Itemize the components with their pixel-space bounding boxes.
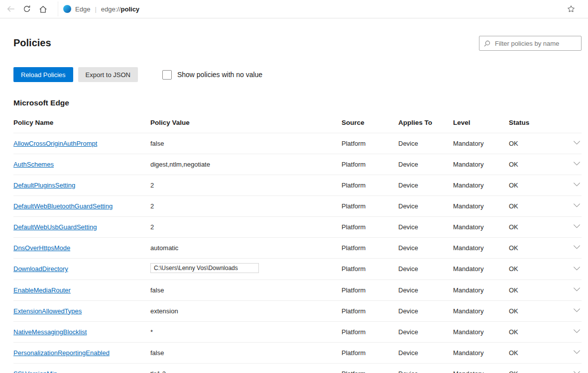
policy-status: OK (509, 182, 518, 189)
policy-name-link[interactable]: DownloadDirectory (13, 265, 68, 273)
expand-row-button[interactable] (572, 305, 582, 316)
table-row: DefaultWebBluetoothGuardSetting 2 Platfo… (13, 196, 582, 217)
table-row: PersonalizationReportingEnabled false Pl… (13, 343, 582, 364)
policy-status: OK (509, 286, 518, 294)
chevron-down-icon (572, 221, 582, 231)
home-button[interactable] (35, 1, 51, 17)
col-header-policy-value: Policy Value (150, 115, 342, 133)
url-separator: | (95, 5, 96, 13)
policy-status: OK (509, 161, 518, 168)
policy-level: Mandatory (453, 140, 483, 147)
site-label: Edge (75, 5, 90, 13)
expand-row-button[interactable] (572, 264, 582, 275)
show-no-value-label: Show policies with no value (177, 71, 262, 79)
policy-status: OK (509, 223, 518, 231)
browser-toolbar: Edge | edge://policy (0, 0, 588, 18)
expand-row-button[interactable] (572, 347, 582, 358)
policy-level: Mandatory (453, 307, 483, 315)
policy-level: Mandatory (453, 244, 483, 252)
policy-name-link[interactable]: DnsOverHttpsMode (13, 244, 70, 252)
policy-level: Mandatory (453, 202, 483, 210)
policy-status: OK (509, 265, 518, 273)
table-row: NativeMessagingBlocklist * Platform Devi… (13, 322, 582, 343)
reload-icon (23, 5, 31, 13)
policy-name-link[interactable]: EnableMediaRouter (13, 286, 71, 294)
reload-policies-button[interactable]: Reload Policies (13, 67, 73, 82)
back-button[interactable] (3, 1, 19, 17)
export-to-json-button[interactable]: Export to JSON (78, 67, 138, 82)
policy-value: digest,ntlm,negotiate (150, 161, 210, 168)
chevron-down-icon (572, 368, 582, 373)
policy-status: OK (509, 328, 518, 336)
policy-value: false (150, 140, 164, 147)
table-row: DefaultPluginsSetting 2 Platform Device … (13, 175, 582, 196)
policy-source: Platform (342, 307, 365, 315)
policy-applies-to: Device (398, 223, 418, 231)
chevron-down-icon (572, 242, 582, 252)
filter-policies-box[interactable] (479, 36, 582, 51)
policy-level: Mandatory (453, 370, 483, 373)
policy-source: Platform (342, 286, 365, 294)
expand-row-button[interactable] (572, 159, 582, 170)
expand-row-button[interactable] (572, 200, 582, 211)
policy-level: Mandatory (453, 286, 483, 294)
expand-row-button[interactable] (572, 180, 582, 190)
policy-applies-to: Device (398, 140, 418, 147)
chevron-down-icon (572, 264, 582, 273)
policy-source: Platform (342, 223, 365, 231)
policy-applies-to: Device (398, 182, 418, 189)
table-row: DownloadDirectory C:\Users\Lenny Vos\Dow… (13, 259, 582, 280)
policy-name-link[interactable]: PersonalizationReportingEnabled (13, 349, 110, 357)
policy-source: Platform (342, 370, 365, 373)
policy-name-link[interactable]: NativeMessagingBlocklist (13, 328, 87, 336)
policy-applies-to: Device (398, 265, 418, 273)
col-header-policy-name: Policy Name (13, 115, 150, 133)
chevron-down-icon (572, 347, 582, 357)
policy-status: OK (509, 202, 518, 210)
policy-name-link[interactable]: SSLVersionMin (13, 370, 57, 373)
section-title-microsoft-edge: Microsoft Edge (13, 98, 582, 107)
expand-row-button[interactable] (572, 284, 582, 295)
policy-level: Mandatory (453, 161, 483, 168)
table-row: DnsOverHttpsMode automatic Platform Devi… (13, 238, 582, 259)
reload-button[interactable] (19, 1, 35, 17)
show-no-value-checkbox[interactable] (162, 70, 172, 80)
policy-level: Mandatory (453, 265, 483, 273)
policy-value: 2 (150, 202, 154, 210)
chevron-down-icon (572, 200, 582, 210)
policy-value: tls1.2 (150, 370, 166, 373)
policy-source: Platform (342, 265, 365, 273)
policy-level: Mandatory (453, 349, 483, 357)
page-title: Policies (13, 37, 51, 49)
policy-applies-to: Device (398, 161, 418, 168)
expand-row-button[interactable] (572, 326, 582, 337)
policy-name-link[interactable]: DefaultWebBluetoothGuardSetting (13, 202, 113, 210)
policy-name-link[interactable]: DefaultWebUsbGuardSetting (13, 223, 97, 231)
expand-row-button[interactable] (572, 368, 582, 373)
home-icon (39, 5, 47, 13)
policy-name-link[interactable]: DefaultPluginsSetting (13, 182, 75, 189)
address-bar[interactable]: Edge | edge://policy (58, 1, 583, 16)
policy-value: false (150, 286, 164, 294)
back-icon (6, 4, 15, 13)
policy-name-link[interactable]: AuthSchemes (13, 161, 54, 168)
policy-name-link[interactable]: AllowCrossOriginAuthPrompt (13, 140, 97, 147)
expand-row-button[interactable] (572, 138, 582, 149)
col-header-status: Status (509, 115, 554, 133)
policy-value: 2 (150, 182, 154, 189)
policy-status: OK (509, 244, 518, 252)
policy-applies-to: Device (398, 244, 418, 252)
policy-value: C:\Users\Lenny Vos\Downloads (150, 263, 259, 273)
policy-source: Platform (342, 161, 365, 168)
table-row: SSLVersionMin tls1.2 Platform Device Man… (13, 364, 582, 373)
policy-name-link[interactable]: ExtensionAllowedTypes (13, 307, 82, 315)
chevron-down-icon (572, 305, 582, 315)
expand-row-button[interactable] (572, 221, 582, 232)
expand-row-button[interactable] (572, 242, 582, 253)
policy-source: Platform (342, 328, 365, 336)
table-row: AllowCrossOriginAuthPrompt false Platfor… (13, 133, 582, 154)
filter-policies-input[interactable] (495, 40, 575, 47)
favorite-button[interactable] (564, 2, 578, 16)
policy-page: Policies Reload Policies Export to JSON … (0, 37, 588, 373)
policy-value: extension (150, 307, 178, 315)
